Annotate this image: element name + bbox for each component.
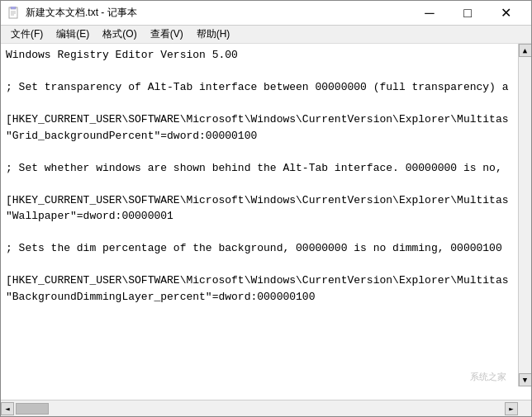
- title-bar: 新建文本文档.txt - 记事本 ─ □ ✕: [1, 1, 531, 26]
- editor-area: Windows Registry Editor Version 5.00 ; S…: [1, 44, 531, 400]
- vertical-scrollbar[interactable]: ▲ ▼: [518, 44, 531, 386]
- title-buttons: ─ □ ✕: [411, 1, 525, 26]
- notepad-window: 新建文本文档.txt - 记事本 ─ □ ✕ 文件(F) 编辑(E) 格式(O)…: [0, 0, 532, 417]
- maximize-button[interactable]: □: [449, 1, 487, 26]
- scroll-down-arrow[interactable]: ▼: [519, 373, 532, 386]
- menu-format[interactable]: 格式(O): [96, 26, 143, 43]
- status-bar: ◄ ►: [1, 400, 531, 416]
- notepad-icon: [7, 7, 21, 20]
- menu-bar: 文件(F) 编辑(E) 格式(O) 查看(V) 帮助(H): [1, 26, 531, 44]
- menu-file[interactable]: 文件(F): [4, 26, 50, 43]
- scroll-corner: [518, 402, 531, 415]
- svg-rect-1: [11, 7, 16, 9]
- horizontal-scroll-track[interactable]: [14, 402, 505, 415]
- close-button[interactable]: ✕: [487, 1, 525, 26]
- window-title: 新建文本文档.txt - 记事本: [26, 6, 137, 20]
- minimize-button[interactable]: ─: [411, 1, 449, 26]
- title-bar-left: 新建文本文档.txt - 记事本: [7, 6, 137, 20]
- menu-help[interactable]: 帮助(H): [190, 26, 237, 43]
- scroll-left-arrow[interactable]: ◄: [1, 402, 14, 415]
- menu-edit[interactable]: 编辑(E): [50, 26, 96, 43]
- menu-view[interactable]: 查看(V): [144, 26, 190, 43]
- scroll-right-arrow[interactable]: ►: [505, 402, 518, 415]
- text-editor[interactable]: Windows Registry Editor Version 5.00 ; S…: [1, 44, 531, 400]
- scroll-up-arrow[interactable]: ▲: [519, 44, 532, 57]
- horizontal-scroll-thumb[interactable]: [16, 403, 49, 415]
